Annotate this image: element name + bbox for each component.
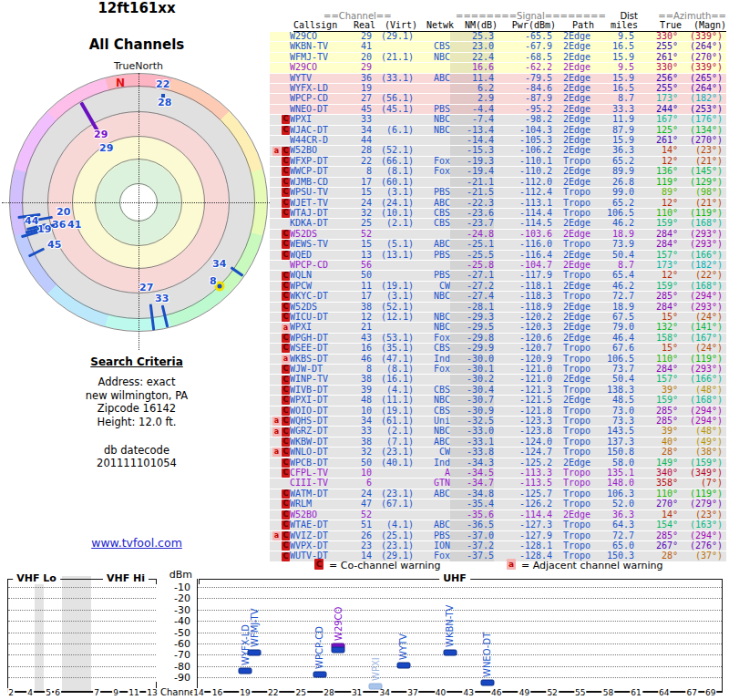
table-cell: 2Edge xyxy=(552,167,590,176)
table-cell: 23 xyxy=(346,541,372,551)
table-cell xyxy=(372,115,414,124)
table-cell: 29 xyxy=(346,32,372,41)
table-cell: 28 xyxy=(346,146,372,155)
table-cell: -22.3 xyxy=(450,199,494,208)
table-cell: 47 xyxy=(346,499,372,509)
table-cell: NBC xyxy=(414,53,450,62)
warning-icons: C xyxy=(270,334,290,343)
table-cell: 24 xyxy=(346,199,372,208)
table-cell: 99.0 xyxy=(590,188,634,197)
table-cell: 119° xyxy=(634,178,678,187)
table-cell: (24°) xyxy=(678,313,723,322)
table-cell: 244° xyxy=(634,105,678,114)
table-cell: 285° xyxy=(634,417,678,426)
table-cell: -104.7 xyxy=(494,261,552,270)
table-cell: 17 xyxy=(346,178,372,187)
table-row: CWWCP-DT8(8.1)Fox-19.4-110.22Edge89.9136… xyxy=(270,167,726,177)
table-row: aCWGRZ-DT33(2.1)NBC-33.0-123.8Tropo143.5… xyxy=(270,427,726,437)
table-cell: 18.9 xyxy=(590,230,634,239)
table-cell: NBC xyxy=(414,396,450,405)
table-cell: (19.1) xyxy=(372,407,414,416)
table-row: CWPXI-DT48(11.1)NBC-30.7-121.52Edge48.51… xyxy=(270,396,726,406)
gridline xyxy=(198,677,722,678)
table-cell: 138.3 xyxy=(590,386,634,395)
table-cell: 150.8 xyxy=(590,448,634,457)
table-cell: -30.4 xyxy=(450,386,494,395)
table-cell: 285° xyxy=(634,531,678,540)
co-channel-warning-icon: C xyxy=(282,292,290,301)
table-cell: WPXI xyxy=(290,323,346,332)
table-cell: CBS xyxy=(414,344,450,353)
table-cell: 261° xyxy=(634,53,678,62)
table-cell: -28.1 xyxy=(450,303,494,312)
signal-marker xyxy=(396,663,410,669)
table-cell: 2Edge xyxy=(552,63,590,72)
warning-icons xyxy=(270,42,290,51)
channel-tick-label: 37 xyxy=(406,688,418,697)
table-cell: 44 xyxy=(346,136,372,145)
table-cell: -27.2 xyxy=(450,282,494,291)
signal-callsign-label: W29CO xyxy=(334,606,344,640)
table-cell: 33 xyxy=(346,115,372,124)
table-cell: (33.1) xyxy=(372,74,414,83)
table-cell: 137.3 xyxy=(590,438,634,447)
table-cell xyxy=(414,146,450,155)
co-channel-warning-icon: C xyxy=(282,178,290,187)
table-cell: (24.1) xyxy=(372,199,414,208)
table-cell: WKBW-DT xyxy=(290,438,346,447)
table-cell: WPCP-CD xyxy=(290,94,346,103)
table-cell: WKYC-DT xyxy=(290,292,346,301)
table-cell: 2Edge xyxy=(552,126,590,135)
table-cell: -112.0 xyxy=(494,178,552,187)
channel-tick-label: 40 xyxy=(435,688,447,697)
table-cell: PBS xyxy=(414,531,450,540)
channel-tick-label: 55 xyxy=(574,688,586,697)
table-cell: WPGH-DT xyxy=(290,334,346,343)
table-cell: 16 xyxy=(346,344,372,353)
table-cell: -24.8 xyxy=(450,230,494,239)
warning-icons xyxy=(270,74,290,83)
table-cell: ABC xyxy=(414,489,450,499)
gridline xyxy=(198,643,722,644)
channel-tick-label: 4 xyxy=(26,688,34,697)
table-cell: (265°) xyxy=(678,74,723,83)
table-row: aCW52BO28(52.1)-15.3-106.22Edge36.314°(2… xyxy=(270,146,726,156)
table-cell: WKBS-DT xyxy=(290,355,346,364)
table-cell: -127.3 xyxy=(494,520,552,530)
table-cell: (35.1) xyxy=(372,344,414,353)
channel-tick-label: 67 xyxy=(686,688,698,697)
table-cell: 11.4 xyxy=(450,74,494,83)
warning-icons xyxy=(270,32,290,41)
table-cell: -126.2 xyxy=(494,499,552,509)
table-cell xyxy=(414,84,450,93)
dbm-tick-label: -70 xyxy=(156,649,190,661)
table-cell xyxy=(372,42,414,51)
true-north-label: TrueNorth xyxy=(2,60,275,72)
warning-icons: C xyxy=(270,251,290,260)
warning-icons: C xyxy=(270,271,290,280)
warning-icons: C xyxy=(270,292,290,301)
warning-icons: aC xyxy=(270,427,290,436)
table-cell: Tropo xyxy=(552,448,590,457)
table-cell: -67.9 xyxy=(494,42,552,51)
table-cell: (339°) xyxy=(678,63,723,72)
table-cell: PBS xyxy=(414,188,450,197)
channel-tick-label: 2 xyxy=(7,688,15,697)
tvfool-link[interactable]: www.tvfool.com xyxy=(0,536,273,550)
table-cell: -120.6 xyxy=(494,334,552,343)
radar-channel-label: 33 xyxy=(155,293,169,304)
table-cell: 9.5 xyxy=(590,63,634,72)
warning-icons xyxy=(270,94,290,103)
table-cell: CFPL-TV xyxy=(290,468,346,478)
warning-icons: C xyxy=(270,499,290,509)
radar-crosshair-horizontal xyxy=(2,202,272,203)
table-cell: (66.1) xyxy=(372,157,414,166)
adjacent-channel-warning-icon: a xyxy=(272,427,281,437)
table-cell: 173° xyxy=(634,261,678,270)
gridline xyxy=(8,654,156,655)
table-cell: -121.5 xyxy=(494,396,552,405)
table-cell: 2Edge xyxy=(552,458,590,468)
db-datecode-value: 201111101054 xyxy=(0,457,273,469)
table-cell: W52DS xyxy=(290,230,346,239)
table-cell: (25.1) xyxy=(372,531,414,540)
